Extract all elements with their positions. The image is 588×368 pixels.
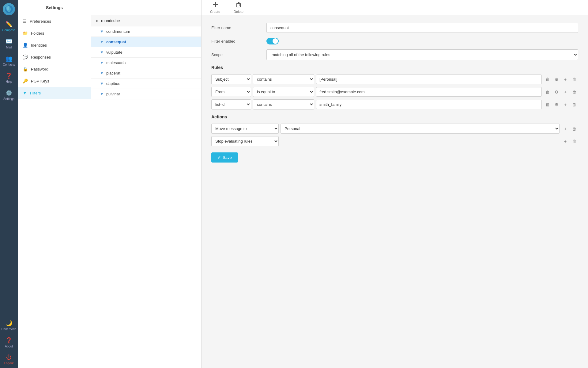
scope-control: matching all of the following rules matc…: [266, 49, 578, 60]
rule-2-settings-button[interactable]: ⚙: [552, 88, 560, 96]
filter-label-consequat: consequat: [106, 40, 126, 44]
rule-2-delete2-button[interactable]: 🗑: [570, 88, 578, 96]
nav-item-about[interactable]: ❓ About: [0, 334, 18, 351]
settings-menu-item-pgp-keys[interactable]: 🔑 PGP Keys: [18, 75, 91, 87]
folders-icon: 📁: [23, 31, 28, 36]
nav-item-dark-mode[interactable]: 🌙 Dark mode: [0, 317, 18, 334]
filter-item-malesuada[interactable]: ▼ malesuada: [91, 58, 201, 68]
rule-2-op-select[interactable]: contains is equal to starts with ends wi…: [253, 87, 314, 97]
rule-1-actions: 🗑 ⚙ + 🗑: [544, 75, 578, 83]
nav-item-help[interactable]: ❓ Help: [0, 69, 18, 86]
contacts-icon: 👥: [6, 55, 12, 62]
rule-3-op-select[interactable]: contains is equal to starts with ends wi…: [253, 99, 314, 109]
settings-menu-item-folders[interactable]: 📁 Folders: [18, 27, 91, 39]
scope-select[interactable]: matching all of the following rules matc…: [266, 49, 578, 60]
pgp-keys-label: PGP Keys: [31, 79, 49, 83]
rule-row-1: Subject From To Cc list-id size contains…: [211, 74, 578, 84]
filter-item-dapibus[interactable]: ▼ dapibus: [91, 79, 201, 89]
settings-menu-item-preferences[interactable]: ☰ Preferences: [18, 15, 91, 27]
rule-3-value-input[interactable]: [316, 100, 542, 109]
create-label: Create: [210, 10, 220, 13]
filter-item-condimentum[interactable]: ▼ condimentum: [91, 26, 201, 37]
filter-enabled-control: [266, 38, 578, 44]
compose-icon: ✏️: [6, 21, 12, 28]
rules-section-title: Rules: [211, 65, 578, 70]
filter-funnel-icon-6: ▼: [100, 81, 104, 86]
action-1-value-select[interactable]: Personal Inbox Drafts Sent Trash: [281, 124, 560, 134]
filter-name-input[interactable]: [266, 23, 578, 33]
nav-item-logout[interactable]: ⏻ Logout: [0, 351, 18, 368]
nav-item-contacts[interactable]: 👥 Contacts: [0, 52, 18, 69]
save-label: Save: [223, 155, 232, 160]
logout-icon: ⏻: [6, 354, 12, 361]
rule-3-actions: 🗑 ⚙ + 🗑: [544, 101, 578, 109]
filter-label-placerat: placerat: [106, 71, 120, 75]
filter-funnel-icon-4: ▼: [100, 60, 104, 65]
filters-icon: ▼: [23, 90, 27, 95]
settings-title: Settings: [46, 5, 63, 10]
rule-3-add-button[interactable]: +: [561, 101, 569, 109]
filter-item-placerat[interactable]: ▼ placerat: [91, 68, 201, 79]
svg-rect-9: [239, 4, 239, 6]
rule-2-value-input[interactable]: [316, 87, 542, 97]
rule-1-add-button[interactable]: +: [561, 75, 569, 83]
rule-row-3: Subject From To Cc list-id size contains…: [211, 99, 578, 109]
nav-label-mail: Mail: [6, 46, 12, 49]
nav-item-compose[interactable]: ✏️ Compose: [0, 18, 18, 35]
save-button[interactable]: ✔ Save: [211, 152, 238, 163]
nav-label-settings: Settings: [3, 97, 14, 101]
filter-item-consequat[interactable]: ▼ consequat: [91, 37, 201, 47]
action-row-1: Move message to Copy message to Mark as …: [211, 124, 578, 134]
svg-rect-4: [213, 4, 218, 5]
action-2-type-select[interactable]: Move message to Copy message to Mark as …: [211, 136, 279, 146]
responses-icon: 💬: [23, 55, 28, 59]
filter-item-vulputate[interactable]: ▼ vulputate: [91, 47, 201, 58]
settings-menu-item-password[interactable]: 🔒 Password: [18, 63, 91, 75]
checkmark-icon: ✔: [217, 155, 221, 160]
filter-group-roundcube[interactable]: ▶ roundcube: [91, 15, 201, 26]
settings-menu-item-responses[interactable]: 💬 Responses: [18, 51, 91, 63]
rule-2-delete-button[interactable]: 🗑: [544, 88, 552, 96]
mail-icon: ✉️: [6, 38, 12, 45]
pgp-keys-icon: 🔑: [23, 79, 28, 83]
action-1-add-button[interactable]: +: [561, 125, 569, 133]
action-1-delete-button[interactable]: 🗑: [570, 125, 578, 133]
rule-3-settings-button[interactable]: ⚙: [552, 101, 560, 109]
create-button[interactable]: Create: [206, 0, 224, 15]
action-2-delete-button[interactable]: 🗑: [570, 137, 578, 145]
nav-label-compose: Compose: [2, 29, 16, 32]
rule-3-delete2-button[interactable]: 🗑: [570, 101, 578, 109]
rule-1-op-select[interactable]: contains is equal to starts with ends wi…: [253, 74, 314, 84]
nav-item-settings[interactable]: ⚙️ Settings: [0, 86, 18, 104]
rule-1-delete-button[interactable]: 🗑: [544, 75, 552, 83]
action-1-type-select[interactable]: Move message to Copy message to Mark as …: [211, 124, 279, 134]
rule-1-delete2-button[interactable]: 🗑: [570, 75, 578, 83]
responses-label: Responses: [31, 55, 51, 59]
filter-group-label: roundcube: [101, 18, 120, 23]
action-row-2: Move message to Copy message to Mark as …: [211, 136, 578, 146]
settings-menu: ☰ Preferences 📁 Folders 👤 Identities 💬 R…: [18, 15, 91, 99]
rule-1-settings-button[interactable]: ⚙: [552, 75, 560, 83]
filter-enabled-row: Filter enabled: [211, 38, 578, 44]
svg-rect-5: [237, 3, 240, 7]
chevron-right-icon: ▶: [96, 19, 99, 22]
nav-label-about: About: [5, 345, 13, 348]
settings-menu-item-filters[interactable]: ▼ Filters: [18, 87, 91, 99]
rule-1-field-select[interactable]: Subject From To Cc list-id size: [211, 74, 251, 84]
filter-label-vulputate: vulputate: [106, 50, 123, 55]
rule-2-field-select[interactable]: Subject From To Cc list-id size: [211, 87, 251, 97]
rule-1-value-input[interactable]: [316, 75, 542, 84]
action-2-add-button[interactable]: +: [561, 137, 569, 145]
filter-funnel-icon-5: ▼: [100, 71, 104, 75]
filter-enabled-label: Filter enabled: [211, 39, 266, 44]
settings-menu-item-identities[interactable]: 👤 Identities: [18, 39, 91, 51]
nav-item-mail[interactable]: ✉️ Mail: [0, 35, 18, 52]
delete-button[interactable]: Delete: [230, 0, 247, 15]
filter-enabled-toggle[interactable]: [266, 38, 279, 44]
rule-2-add-button[interactable]: +: [561, 88, 569, 96]
filter-item-pulvinar[interactable]: ▼ pulvinar: [91, 89, 201, 99]
rule-3-delete-button[interactable]: 🗑: [544, 101, 552, 109]
filter-label-pulvinar: pulvinar: [106, 92, 120, 96]
preferences-icon: ☰: [23, 19, 27, 24]
rule-3-field-select[interactable]: Subject From To Cc list-id size: [211, 99, 251, 109]
